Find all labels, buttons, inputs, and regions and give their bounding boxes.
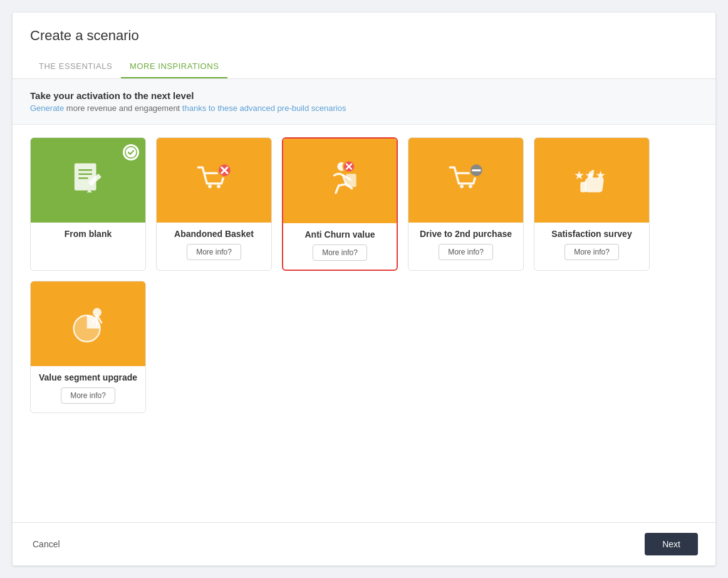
next-button[interactable]: Next	[645, 533, 698, 555]
card-title-anti-churn: Anti Churn value	[304, 229, 375, 239]
card-body-value-segment: Value segment upgrade More info?	[31, 366, 145, 412]
card-body-from-blank: From blank	[31, 223, 145, 248]
card-image-from-blank	[31, 138, 145, 223]
card-title-from-blank: From blank	[65, 229, 112, 239]
card-body-anti-churn: Anti Churn value More info?	[283, 223, 397, 270]
card-image-satisfaction: ★★★	[534, 138, 649, 223]
svg-point-8	[217, 184, 221, 188]
info-banner: Take your activation to the next level G…	[13, 79, 715, 125]
more-info-anti-churn[interactable]: More info?	[313, 244, 367, 261]
card-abandoned-basket[interactable]: Abandoned Basket More info?	[156, 137, 272, 271]
cards-row-1: From blank	[30, 137, 698, 271]
svg-point-6	[125, 147, 137, 158]
card-drive-2nd[interactable]: Drive to 2nd purchase More info?	[408, 137, 524, 271]
cancel-button[interactable]: Cancel	[30, 534, 63, 554]
card-body-abandoned-basket: Abandoned Basket More info?	[157, 223, 271, 269]
svg-point-7	[208, 184, 212, 188]
card-from-blank[interactable]: From blank	[30, 137, 146, 271]
banner-title: Take your activation to the next level	[30, 90, 698, 101]
card-title-drive-2nd: Drive to 2nd purchase	[420, 229, 512, 239]
check-badge	[123, 144, 139, 160]
card-image-anti-churn	[283, 139, 397, 223]
card-satisfaction[interactable]: ★★★ Satisfaction survey More info?	[534, 137, 650, 271]
person-x-icon	[318, 159, 362, 203]
tab-essentials[interactable]: THE ESSENTIALS	[30, 55, 121, 78]
more-info-abandoned-basket[interactable]: More info?	[187, 244, 241, 260]
cards-row-2: Value segment upgrade More info?	[30, 281, 698, 413]
modal-title: Create a scenario	[30, 28, 698, 44]
card-image-drive-2nd	[408, 138, 523, 223]
banner-desc: Generate more revenue and engagement tha…	[30, 103, 698, 113]
card-value-segment[interactable]: Value segment upgrade More info?	[30, 281, 146, 413]
cart-x-icon	[192, 159, 236, 202]
more-info-value-segment[interactable]: More info?	[61, 387, 115, 404]
chart-person-icon	[66, 302, 110, 346]
svg-rect-0	[75, 163, 96, 190]
thumbsup-stars-icon: ★★★	[570, 159, 614, 202]
more-info-drive-2nd[interactable]: More info?	[439, 244, 493, 260]
banner-desc-generate: Generate	[30, 103, 64, 113]
banner-desc-middle: more revenue and engagement	[66, 103, 182, 113]
modal-footer: Cancel Next	[13, 522, 715, 565]
card-image-abandoned-basket	[157, 138, 271, 223]
document-icon	[66, 159, 110, 202]
modal-container: Create a scenario THE ESSENTIALS MORE IN…	[13, 13, 715, 565]
cards-section: From blank	[13, 125, 715, 436]
more-info-satisfaction[interactable]: More info?	[564, 244, 619, 260]
card-title-abandoned-basket: Abandoned Basket	[174, 229, 254, 239]
card-title-satisfaction: Satisfaction survey	[551, 229, 632, 239]
tabs-bar: THE ESSENTIALS MORE INSPIRATIONS	[30, 55, 698, 78]
card-title-value-segment: Value segment upgrade	[39, 372, 137, 382]
modal-header: Create a scenario THE ESSENTIALS MORE IN…	[13, 13, 715, 79]
modal-body: Take your activation to the next level G…	[13, 79, 715, 522]
card-body-satisfaction: Satisfaction survey More info?	[534, 223, 649, 269]
tab-inspirations[interactable]: MORE INSPIRATIONS	[121, 55, 227, 78]
svg-point-17	[460, 184, 464, 188]
cart-minus-icon	[444, 159, 488, 202]
card-image-value-segment	[31, 281, 145, 366]
card-anti-churn[interactable]: Anti Churn value More info?	[282, 137, 398, 271]
card-body-drive-2nd: Drive to 2nd purchase More info?	[408, 223, 523, 269]
svg-rect-22	[580, 182, 586, 192]
banner-desc-thanks: thanks to these advanced pre-build scena…	[182, 103, 346, 113]
svg-point-18	[469, 184, 472, 188]
svg-rect-13	[346, 174, 356, 187]
